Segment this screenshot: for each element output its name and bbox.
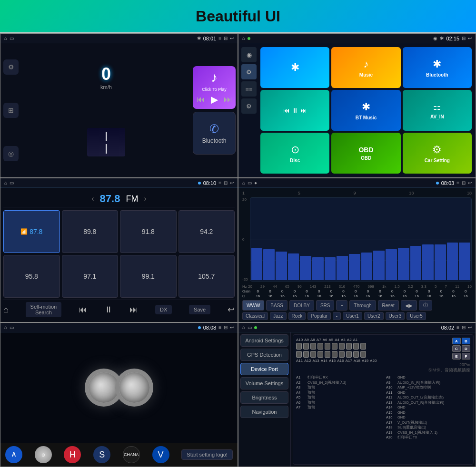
eq-nav-icon[interactable]: ≡≡ (241, 81, 257, 97)
pin-A1 (360, 343, 366, 350)
status-bar-3: ⌂ ▭ 08:10 ≡ ⊟ ↩ (0, 178, 238, 188)
reset-btn[interactable]: Reset (378, 300, 399, 311)
android-settings-item[interactable]: Android Settings (240, 334, 288, 347)
preset-95.8[interactable]: 95.8 (3, 255, 60, 298)
app-tile-disc[interactable]: ⊙ Disc (260, 133, 329, 174)
brand-icon-rings[interactable]: ⊙ (35, 446, 52, 463)
bt-music-icon: ✱ (362, 101, 370, 113)
apps-icon-1[interactable]: ⊞ (3, 103, 19, 118)
pin-A17 (339, 351, 345, 358)
eq-db-scale: 20 0 -20 (242, 196, 248, 282)
app-tile-avin[interactable]: ⚏ AV_IN (403, 90, 472, 131)
location-nav-icon[interactable]: ◉ (241, 47, 257, 62)
nav-icon-1[interactable]: ◎ (3, 146, 19, 161)
phone-bt-icon: ✆ (209, 122, 219, 136)
app-tile-car-setting[interactable]: ⚙ Car Setting (403, 133, 472, 174)
bottom-pins (296, 351, 377, 358)
eq-gain-row: Gain 000000000000000000 (242, 289, 472, 293)
preset-94.2[interactable]: 94.2 (178, 210, 235, 253)
eq-bar-2 (263, 249, 275, 280)
back-icon-2: ↩ (468, 36, 472, 41)
status-icons-left-1: ⌂ ▭ (4, 36, 14, 41)
preset-91.8[interactable]: 91.8 (120, 210, 177, 253)
pin-A5 (332, 343, 337, 350)
classical-btn[interactable]: Classical (242, 312, 268, 320)
brand-icon-v[interactable]: V (152, 446, 169, 463)
fm-next-btn[interactable]: › (144, 195, 146, 203)
volume-settings-item[interactable]: Volume Settings (240, 377, 288, 389)
preset-97.1[interactable]: 97.1 (62, 255, 119, 298)
device-port-item[interactable]: Device Port (240, 363, 288, 375)
popular-btn[interactable]: Popular (307, 312, 330, 320)
dolby-btn[interactable]: DOLBY (289, 300, 314, 311)
road-line-2 (106, 144, 107, 154)
side-icons-1: ⚙ ⊞ ◎ (2, 45, 20, 175)
menu-icon-1: ≡ (218, 36, 221, 41)
info-btn[interactable]: ⓘ (419, 300, 432, 311)
bt-icon-2: ✱ (440, 36, 444, 41)
fm-home-icon[interactable]: ⌂ (3, 305, 9, 315)
fm-pause-ctrl[interactable]: ⏸ (104, 305, 113, 315)
app-tile-bt-music[interactable]: ✱ BT Music (331, 90, 400, 131)
lock-icon-3: ▭ (10, 180, 14, 185)
pin-A18 (346, 351, 352, 358)
start-setting-btn[interactable]: Start setting logo! (181, 449, 233, 460)
through-btn[interactable]: Through (349, 300, 376, 311)
bass-btn[interactable]: BASS (266, 300, 288, 311)
dx-btn[interactable]: DX (155, 305, 172, 314)
minus-btn[interactable]: - (333, 312, 341, 320)
fm-back-ctrl[interactable]: ↩ (228, 304, 235, 315)
fm-prev-btn[interactable]: ‹ (91, 195, 94, 203)
srs-btn[interactable]: SRS (316, 300, 335, 311)
plus-btn[interactable]: + (336, 300, 347, 311)
home-icon-1: ⌂ (4, 36, 7, 41)
app-tile-obd[interactable]: OBD OBD (331, 133, 400, 174)
user5-btn[interactable]: User5 (407, 312, 426, 320)
prev-btn[interactable]: ⏮ (197, 95, 205, 105)
db-20: 20 (242, 197, 248, 202)
user1-btn[interactable]: User1 (343, 312, 362, 320)
car-setting-icon: ⚙ (432, 144, 442, 156)
preset-105.7[interactable]: 105.7 (178, 255, 235, 298)
time-1: 08:01 (203, 36, 217, 41)
eq-freq-row: Hz 20294465961432133164706981k1.52.23.35… (242, 284, 472, 289)
settings-nav-icon-active[interactable]: ⚙ (241, 64, 257, 79)
app-tile-music[interactable]: ♪ Music (331, 47, 400, 88)
lr-btn[interactable]: ◀▶ (401, 300, 417, 311)
user2-btn[interactable]: User2 (364, 312, 384, 320)
brightness-item[interactable]: Brightness (240, 391, 288, 404)
wire-row-11: A18SUB(重低音输出) (296, 425, 470, 430)
jazz-btn[interactable]: Jazz (270, 312, 287, 320)
brand-icon-a[interactable]: A (5, 446, 22, 463)
app-tile-player[interactable]: ⏮ ⏸ ⏭ (260, 90, 329, 131)
bluetooth-card[interactable]: ✆ Bluetooth (193, 112, 236, 155)
rock-btn[interactable]: Rock (288, 312, 306, 320)
settings-icon-1[interactable]: ⚙ (3, 59, 19, 75)
user3-btn[interactable]: User3 (386, 312, 405, 320)
status-bar-6: ⌂ ▭ 08:02 ≡ ⊟ ↩ (238, 323, 476, 332)
gps-detection-item[interactable]: GPS Detection (240, 349, 288, 361)
app-tile-bt[interactable]: ✱ (260, 47, 329, 88)
fm-next-ctrl[interactable]: ⏭ (129, 305, 138, 315)
preset-89.8[interactable]: 89.8 (62, 210, 119, 253)
app-tile-bluetooth[interactable]: ✱ Bluetooth (403, 47, 472, 88)
save-btn[interactable]: Save (189, 305, 210, 314)
status-icons-left-2: ⌂ (242, 36, 250, 41)
settings-nav-icon-2[interactable]: ⚙ (241, 98, 257, 114)
music-card[interactable]: ♪ Click To Play ⏮ ▶ ⏭ (193, 66, 236, 109)
navigation-item[interactable]: Navigation (240, 406, 288, 418)
preset-99.1[interactable]: 99.1 (120, 255, 177, 298)
preset-87.8[interactable]: 📶87.8 (3, 210, 60, 253)
eq-mode-buttons: WWW BASS DOLBY SRS + Through Reset ◀▶ ⓘ (242, 300, 472, 311)
brand-icon-chana[interactable]: CHANA (123, 446, 140, 463)
play-btn[interactable]: ▶ (211, 94, 218, 105)
next-btn[interactable]: ⏭ (224, 95, 232, 105)
brand-icon-s[interactable]: S (93, 446, 110, 463)
fm-prev-ctrl[interactable]: ⏮ (79, 305, 87, 315)
brand-icon-h[interactable]: H (64, 446, 81, 463)
status-dot-5 (198, 326, 201, 329)
www-btn[interactable]: WWW (242, 300, 264, 311)
wire-row-2: A2CVBS_IN_2(视频输入2)A9AUDIO_IN_R(音频输入右) (296, 380, 470, 386)
brand-logo (89, 369, 149, 407)
self-motion-btn[interactable]: Self-motionSearch (26, 302, 62, 317)
